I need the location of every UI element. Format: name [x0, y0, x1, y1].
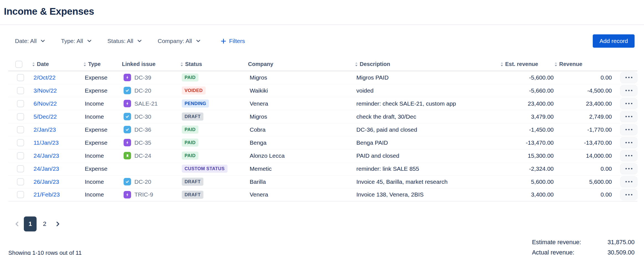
column-header-linked_issue: Linked issue	[122, 59, 180, 71]
linked-issue-key: DC-24	[134, 152, 151, 159]
row-select-cell	[8, 188, 32, 201]
description-cell: reminder: check SALE-21, custom app	[355, 97, 500, 110]
column-header-est_revenue[interactable]: Est. revenue	[500, 59, 554, 71]
revenue-cell: -4,500.00	[554, 84, 612, 97]
row-select-cell	[8, 110, 32, 123]
filter-date[interactable]: Date: All	[11, 35, 49, 47]
date-link[interactable]: 3/Nov/22	[34, 87, 57, 94]
date-link[interactable]: 6/Nov/22	[34, 100, 57, 107]
est-revenue-cell: 23,400.00	[500, 97, 554, 110]
linked-issue-cell: DC-36	[122, 123, 180, 136]
prev-page-button[interactable]	[12, 216, 22, 231]
filter-company[interactable]: Company: All	[154, 35, 204, 47]
page-button-2[interactable]: 2	[38, 216, 51, 231]
row-actions-button[interactable]	[620, 150, 637, 161]
row-checkbox[interactable]	[17, 126, 24, 133]
row-checkbox[interactable]	[17, 191, 24, 198]
company-cell: Barilla	[248, 175, 355, 188]
linked-issue-cell: DC-30	[122, 110, 180, 123]
linked-issue-key: TRIC-9	[134, 191, 153, 198]
row-checkbox[interactable]	[17, 87, 24, 94]
linked-issue-cell: DC-35	[122, 136, 180, 149]
est-revenue-cell: -2,324.00	[500, 162, 554, 175]
date-cell: 21/Feb/23	[32, 188, 83, 201]
linked-issue-cell	[122, 162, 180, 175]
row-select-cell	[8, 97, 32, 110]
select-all-checkbox[interactable]	[15, 61, 22, 68]
check-icon	[124, 126, 131, 133]
page-title: Income & Expenses	[4, 6, 644, 17]
row-checkbox[interactable]	[17, 74, 24, 81]
filter-label: Type: All	[61, 38, 83, 44]
revenue-cell: -1,770.00	[554, 123, 612, 136]
row-checkbox[interactable]	[17, 152, 24, 159]
type-cell: Expense	[83, 162, 122, 175]
status-cell: PAID	[180, 136, 248, 149]
description-cell: PAID and closed	[355, 149, 500, 162]
page-button-1[interactable]: 1	[24, 216, 37, 231]
column-header-date[interactable]: Date	[32, 59, 83, 71]
add-record-button[interactable]: Add record	[593, 34, 635, 48]
date-cell: 6/Nov/22	[32, 97, 83, 110]
row-actions-button[interactable]	[620, 111, 637, 122]
ellipsis-icon	[625, 77, 632, 78]
more-filters-button[interactable]: Filters	[217, 35, 249, 47]
row-checkbox[interactable]	[17, 139, 24, 146]
revenue-cell: 0.00	[554, 162, 612, 175]
date-link[interactable]: 24/Jan/23	[34, 152, 59, 159]
status-cell: PENDING	[180, 97, 248, 110]
filter-label: Status: All	[108, 38, 133, 44]
actions-cell	[612, 71, 637, 84]
est-revenue-cell: 3,400.00	[500, 188, 554, 201]
table-row: 26/Jan/23IncomeDC-20DRAFTBarillaInvoice …	[8, 175, 637, 188]
linked-issue-cell: DC-20	[122, 175, 180, 188]
ellipsis-icon	[625, 90, 632, 91]
chevron-down-icon	[87, 40, 91, 42]
filter-type[interactable]: Type: All	[57, 35, 95, 47]
row-checkbox[interactable]	[17, 100, 24, 107]
description-cell: Invoice 138, Venera, 2BIS	[355, 188, 500, 201]
row-actions-button[interactable]	[620, 85, 637, 96]
row-checkbox[interactable]	[17, 165, 24, 172]
est-revenue-cell: -5,600.00	[500, 71, 554, 84]
column-header-revenue[interactable]: Revenue	[554, 59, 612, 71]
date-link[interactable]: 21/Feb/23	[34, 191, 60, 198]
date-link[interactable]: 24/Jan/23	[34, 165, 59, 172]
date-link[interactable]: 2/Oct/22	[34, 74, 55, 81]
column-label: Linked issue	[122, 61, 155, 67]
row-actions-button[interactable]	[620, 98, 637, 109]
linked-issue-cell: TRIC-9	[122, 188, 180, 201]
check-icon	[124, 113, 131, 120]
column-header-type[interactable]: Type	[83, 59, 122, 71]
row-actions-button[interactable]	[620, 137, 637, 148]
column-header-status[interactable]: Status	[180, 59, 248, 71]
linked-issue-key: DC-30	[134, 113, 151, 120]
row-actions-button[interactable]	[620, 176, 637, 187]
column-header-description[interactable]: Description	[355, 59, 500, 71]
column-label: Type	[88, 61, 101, 67]
description-cell: Benga PAID	[355, 136, 500, 149]
date-link[interactable]: 2/Jan/23	[34, 126, 56, 133]
more-filters-label: Filters	[229, 38, 245, 44]
date-link[interactable]: 11/Jan/23	[34, 139, 59, 146]
linked-issue-key: DC-39	[134, 74, 151, 81]
row-checkbox[interactable]	[17, 178, 24, 185]
date-link[interactable]: 26/Jan/23	[34, 178, 59, 185]
row-checkbox[interactable]	[17, 113, 24, 120]
status-badge: DRAFT	[182, 191, 203, 199]
next-page-button[interactable]	[53, 216, 63, 231]
actions-cell	[612, 149, 637, 162]
chevron-right-icon	[55, 221, 60, 227]
date-link[interactable]: 5/Dec/22	[34, 113, 57, 120]
row-actions-button[interactable]	[620, 189, 637, 200]
bolt-icon	[124, 100, 131, 107]
status-cell: DRAFT	[180, 110, 248, 123]
ellipsis-icon	[625, 129, 632, 130]
revenue-cell: 5,600.00	[554, 175, 612, 188]
description-cell: voided	[355, 84, 500, 97]
row-actions-button[interactable]	[620, 124, 637, 135]
linked-issue-cell: DC-24	[122, 149, 180, 162]
row-actions-button[interactable]	[620, 72, 637, 83]
filter-status[interactable]: Status: All	[104, 35, 145, 47]
row-actions-button[interactable]	[620, 163, 637, 174]
